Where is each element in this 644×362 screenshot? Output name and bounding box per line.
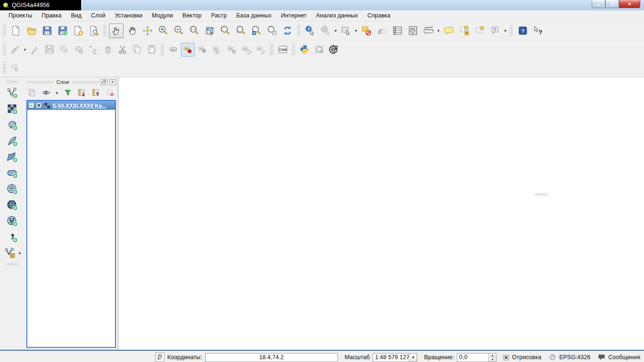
measure-dropdown-button[interactable]: [436, 28, 441, 33]
pin-labels-button[interactable]: ab: [181, 43, 195, 57]
close-button[interactable]: [619, 0, 640, 8]
menu-database[interactable]: База данных: [231, 10, 276, 21]
save-project-as-button[interactable]: [55, 24, 70, 38]
zoom-in-button[interactable]: [156, 24, 170, 38]
statistical-summary-button[interactable]: [405, 24, 420, 38]
whats-this-button[interactable]: ?: [531, 24, 545, 38]
add-raster-layer-button[interactable]: [5, 102, 19, 116]
toolbar-handle[interactable]: [297, 25, 300, 37]
panel-header-grip[interactable]: [72, 81, 99, 83]
scale-dropdown-button[interactable]: [409, 354, 417, 362]
python-console-button[interactable]: [297, 43, 311, 57]
identify-features-button[interactable]: i: [303, 24, 317, 38]
add-spatialite-layer-button[interactable]: [5, 134, 19, 148]
titlebar[interactable]: QGIS4a44956: [0, 0, 644, 10]
toolbar-handle[interactable]: [6, 80, 18, 83]
menu-vector[interactable]: Вектор: [178, 10, 206, 21]
pan-map-button[interactable]: [124, 24, 139, 38]
help-contents-button[interactable]: ?: [515, 24, 530, 38]
select-features-button[interactable]: [339, 24, 353, 38]
toolbar-handle[interactable]: [292, 43, 295, 56]
rotation-input[interactable]: [457, 354, 488, 362]
open-project-button[interactable]: [24, 24, 39, 38]
menu-layer[interactable]: Слой: [86, 10, 110, 21]
menu-settings[interactable]: Установки: [110, 10, 147, 21]
scale-input[interactable]: [373, 354, 409, 362]
new-bookmark-button[interactable]: [457, 24, 471, 38]
layer-item[interactable]: S-50-XXXI,XXXII Ka...: [27, 101, 115, 110]
coordinates-input[interactable]: [205, 353, 338, 362]
filter-legend-button[interactable]: [62, 87, 74, 99]
add-delimited-text-layer-button[interactable]: [5, 230, 19, 244]
toolbar-handle[interactable]: [3, 62, 6, 74]
open-styling-dock-button[interactable]: [26, 87, 38, 99]
add-vector-layer-button[interactable]: [5, 86, 19, 100]
layer-label[interactable]: S-50-XXXI,XXXII Ka...: [52, 103, 106, 108]
zoom-out-button[interactable]: [171, 24, 186, 38]
add-wcs-layer-button[interactable]: [5, 198, 19, 212]
run-feature-action-dropdown-button[interactable]: [333, 28, 338, 33]
open-attribute-table-button[interactable]: [390, 24, 405, 38]
save-project-button[interactable]: [40, 24, 54, 38]
text-annotation-dropdown-button[interactable]: [503, 28, 508, 33]
collapse-all-button[interactable]: [91, 87, 102, 99]
rotation-down-button[interactable]: ▼: [489, 358, 496, 362]
minimize-button[interactable]: [592, 0, 605, 8]
scale-combo[interactable]: [372, 353, 417, 362]
zoom-to-layer-button[interactable]: [233, 24, 248, 38]
geocode-button[interactable]: [327, 43, 340, 57]
menu-help[interactable]: Справка: [363, 10, 395, 21]
panel-float-button[interactable]: [101, 79, 107, 85]
rotation-spinbox[interactable]: ▲▼: [457, 353, 496, 362]
touch-zoom-button[interactable]: [109, 24, 124, 38]
menu-projects[interactable]: Проекты: [4, 10, 37, 21]
current-edits-dropdown-button[interactable]: [23, 47, 27, 52]
layers-tree[interactable]: S-50-XXXI,XXXII Ka...: [26, 100, 116, 348]
expand-all-button[interactable]: [76, 87, 88, 99]
select-features-dropdown-button[interactable]: [354, 28, 358, 33]
coordinate-tracking-button[interactable]: [155, 353, 165, 362]
metasearch-csw-button[interactable]: CSW: [276, 43, 289, 57]
zoom-last-button[interactable]: [249, 24, 264, 38]
deselect-features-button[interactable]: [359, 24, 373, 38]
zoom-full-button[interactable]: [202, 24, 217, 38]
new-shapefile-layer-dropdown-button[interactable]: [17, 251, 22, 255]
menu-processing[interactable]: Анализ данных: [311, 10, 363, 21]
refresh-map-button[interactable]: [280, 24, 295, 38]
zoom-native-button[interactable]: 1:1: [187, 24, 201, 38]
menu-edit[interactable]: Правка: [37, 10, 66, 21]
layer-expander[interactable]: [29, 103, 34, 108]
menu-raster[interactable]: Растр: [206, 10, 231, 21]
add-mssql-layer-button[interactable]: [5, 150, 19, 164]
map-tips-button[interactable]: [441, 24, 456, 38]
render-checkbox[interactable]: [503, 354, 509, 361]
layer-checkbox[interactable]: [36, 102, 42, 108]
layer-labeling-button[interactable]: abc: [166, 43, 180, 57]
menu-view[interactable]: Вид: [66, 10, 86, 21]
crs-label[interactable]: EPSG:4326: [559, 354, 590, 361]
manage-map-themes-button[interactable]: [41, 87, 52, 99]
add-oracle-layer-button[interactable]: [5, 166, 19, 180]
map-canvas[interactable]: [118, 77, 644, 350]
layout-manager-button[interactable]: [86, 24, 101, 38]
text-annotation-button[interactable]: T: [488, 24, 503, 38]
measure-button[interactable]: [421, 24, 436, 38]
messages-icon[interactable]: [598, 354, 605, 361]
toolbar-handle[interactable]: [510, 25, 513, 37]
panel-close-button[interactable]: [109, 79, 116, 85]
crs-globe-icon[interactable]: [549, 354, 556, 361]
zoom-to-selection-button[interactable]: [218, 24, 232, 38]
toolbar-handle[interactable]: [6, 263, 18, 266]
panel-header-grip[interactable]: [26, 81, 54, 83]
show-bookmarks-button[interactable]: [472, 24, 487, 38]
toolbar-handle[interactable]: [161, 43, 164, 56]
add-postgis-layer-button[interactable]: [5, 118, 19, 132]
new-print-layout-button[interactable]: [71, 24, 85, 38]
manage-map-themes-dropdown-button[interactable]: [55, 90, 59, 95]
toolbar-handle[interactable]: [3, 25, 6, 37]
messages-label[interactable]: Сообщения: [608, 354, 640, 361]
rotation-up-button[interactable]: ▲: [489, 354, 496, 358]
add-wms-layer-button[interactable]: [5, 182, 19, 196]
restore-button[interactable]: [605, 0, 619, 8]
new-project-button[interactable]: [8, 24, 23, 38]
